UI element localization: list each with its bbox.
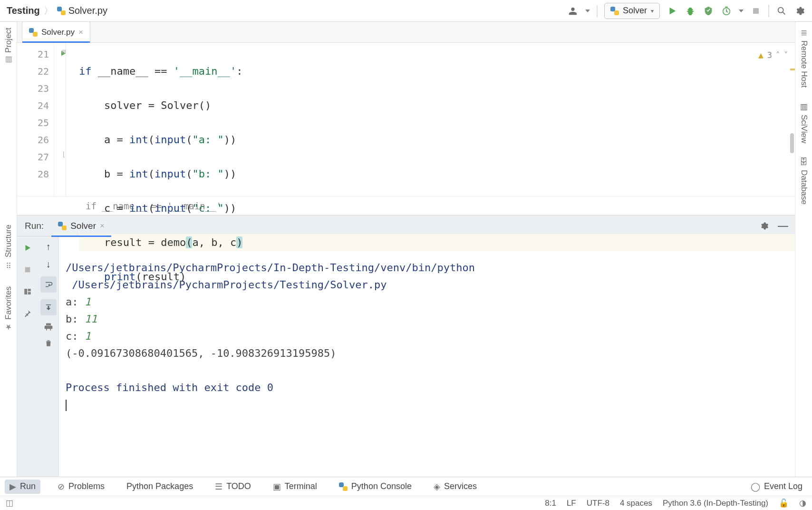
inspection-count: 3 — [767, 47, 772, 64]
structure-icon: ⠿ — [6, 260, 11, 269]
breadcrumb-project[interactable]: Testing — [7, 5, 40, 16]
editor-code-area[interactable]: if __name__ == '__main__': solver = Solv… — [79, 43, 795, 196]
terminal-icon: ▣ — [273, 481, 281, 492]
scrollbar-warning-mark[interactable] — [790, 69, 795, 70]
todo-bottom-tab[interactable]: ☰ TODO — [210, 480, 256, 494]
todo-icon: ☰ — [215, 481, 222, 492]
gutter-line-21[interactable]: 21 — [17, 46, 54, 63]
run-window-tab[interactable]: Solver × — [51, 216, 111, 236]
python-icon — [58, 222, 67, 230]
folder-icon: ▥ — [5, 56, 12, 65]
indent-settings[interactable]: 4 spaces — [620, 499, 652, 508]
rerun-button[interactable] — [21, 241, 34, 255]
file-encoding[interactable]: UTF-8 — [587, 499, 609, 508]
inspection-widget[interactable]: ▲ 3 ˄ ˅ — [758, 47, 788, 64]
run-label: Run: — [17, 221, 51, 231]
structure-tool-window-button[interactable]: ⠿ Structure — [3, 223, 14, 271]
fold-end-icon[interactable]: ⌊ — [62, 150, 70, 159]
svg-rect-1 — [753, 8, 759, 14]
scrollbar-thumb[interactable] — [790, 133, 794, 153]
svg-rect-5 — [28, 289, 31, 291]
search-everywhere-button[interactable] — [776, 5, 787, 17]
python-file-icon — [29, 28, 38, 37]
svg-rect-6 — [28, 292, 31, 294]
breadcrumb-file[interactable]: Solver.py — [57, 5, 107, 16]
console-exit-message: Process finished with exit code 0 — [66, 382, 273, 393]
svg-rect-3 — [25, 267, 30, 273]
navigation-bar: Testing 〉 Solver.py Solver ▾ — [0, 0, 812, 22]
editor-scrollbar[interactable] — [790, 43, 795, 196]
warning-icon: ▲ — [758, 47, 764, 64]
settings-button[interactable] — [794, 5, 805, 17]
editor[interactable]: 21 22 23 24 25 26 27 28 ⊟ ⌊ if __name__ … — [17, 43, 795, 196]
breadcrumb[interactable]: Testing 〉 Solver.py — [7, 4, 107, 17]
read-only-toggle-icon[interactable]: 🔓 — [779, 498, 789, 508]
python-console-bottom-tab[interactable]: Python Console — [334, 480, 416, 493]
problems-bottom-tab[interactable]: ⊘ Problems — [53, 480, 109, 494]
pin-tab-button[interactable] — [21, 307, 34, 320]
python-interpreter[interactable]: Python 3.6 (In-Depth-Testing) — [663, 499, 768, 508]
run-button[interactable] — [667, 5, 678, 17]
fold-start-icon[interactable]: ⊟ — [62, 48, 70, 56]
svg-rect-4 — [24, 289, 27, 294]
favorites-tool-window-button[interactable]: ★ Favorites — [3, 284, 14, 333]
more-run-options-chevron[interactable] — [739, 10, 744, 12]
next-highlight-icon[interactable]: ˅ — [784, 47, 788, 64]
bottom-tool-window-stripe: ▶ Run ⊘ Problems Python Packages ☰ TODO … — [0, 477, 812, 496]
tool-windows-quick-access-icon[interactable]: ◫ — [6, 498, 13, 508]
editor-gutter[interactable]: 21 22 23 24 25 26 27 28 — [17, 43, 54, 196]
prev-highlight-icon[interactable]: ˄ — [776, 47, 780, 64]
down-stack-trace-button[interactable]: ↓ — [46, 259, 51, 270]
run-toolbar-secondary: ↑ ↓ — [38, 236, 59, 489]
play-icon: ▶ — [10, 481, 16, 492]
terminal-bottom-tab[interactable]: ▣ Terminal — [268, 480, 322, 494]
run-configuration-selector[interactable]: Solver ▾ — [604, 3, 660, 19]
star-icon: ★ — [5, 323, 12, 332]
services-bottom-tab[interactable]: ◈ Services — [429, 480, 482, 494]
svg-point-2 — [778, 7, 783, 12]
editor-tab-label: Solver.py — [41, 28, 75, 37]
scroll-to-end-button[interactable] — [40, 299, 57, 315]
event-log-icon: ◯ — [751, 481, 760, 492]
dropdown-triangle-icon: ▾ — [651, 8, 654, 14]
ide-notifications-icon[interactable]: ◑ — [799, 498, 806, 508]
python-icon — [610, 7, 619, 15]
profile-button[interactable] — [721, 5, 732, 17]
left-tool-window-stripe: ▥ Project ⠿ Structure ★ Favorites — [0, 22, 17, 489]
up-stack-trace-button[interactable]: ↑ — [46, 241, 51, 252]
user-dropdown-chevron[interactable] — [585, 10, 590, 12]
layout-button[interactable] — [21, 285, 34, 298]
status-bar: ◫ 8:1 LF UTF-8 4 spaces Python 3.6 (In-D… — [0, 496, 812, 510]
editor-fold-column[interactable]: ⊟ ⌊ — [54, 43, 79, 196]
stop-button[interactable] — [750, 5, 762, 17]
breadcrumb-separator: 〉 — [44, 4, 53, 17]
debug-button[interactable] — [685, 5, 696, 17]
database-tool-window-button[interactable]: 🗄 Database — [798, 156, 810, 206]
breadcrumb-file-label: Solver.py — [68, 5, 107, 16]
close-tab-icon[interactable]: × — [78, 28, 83, 37]
python-file-icon — [57, 7, 66, 15]
python-icon — [339, 482, 348, 491]
right-tool-window-stripe: ≣ Remote Host ▥ SciView 🗄 Database — [795, 22, 812, 489]
print-button[interactable] — [44, 322, 53, 332]
stop-process-button[interactable] — [21, 263, 34, 276]
python-packages-bottom-tab[interactable]: Python Packages — [122, 480, 198, 493]
run-bottom-tab[interactable]: ▶ Run — [5, 480, 40, 494]
soft-wrap-button[interactable] — [40, 276, 57, 293]
editor-tab-solver[interactable]: Solver.py × — [22, 21, 90, 42]
database-icon: 🗄 — [800, 157, 808, 167]
close-run-tab-icon[interactable]: × — [100, 221, 105, 231]
event-log-bottom-tab[interactable]: ◯ Event Log — [746, 480, 807, 494]
line-separator[interactable]: LF — [567, 499, 576, 508]
project-tool-window-button[interactable]: ▥ Project — [3, 26, 14, 67]
console-caret — [66, 400, 67, 411]
add-configuration-user-icon[interactable] — [567, 5, 579, 17]
run-config-name: Solver — [623, 6, 647, 16]
problems-icon: ⊘ — [58, 481, 65, 492]
run-with-coverage-button[interactable] — [703, 5, 714, 17]
server-icon: ≣ — [801, 28, 807, 38]
caret-position[interactable]: 8:1 — [545, 499, 556, 508]
run-toolbar-primary — [17, 236, 38, 489]
clear-all-button[interactable] — [44, 338, 53, 348]
editor-tabs-bar: Solver.py × — [17, 22, 795, 43]
